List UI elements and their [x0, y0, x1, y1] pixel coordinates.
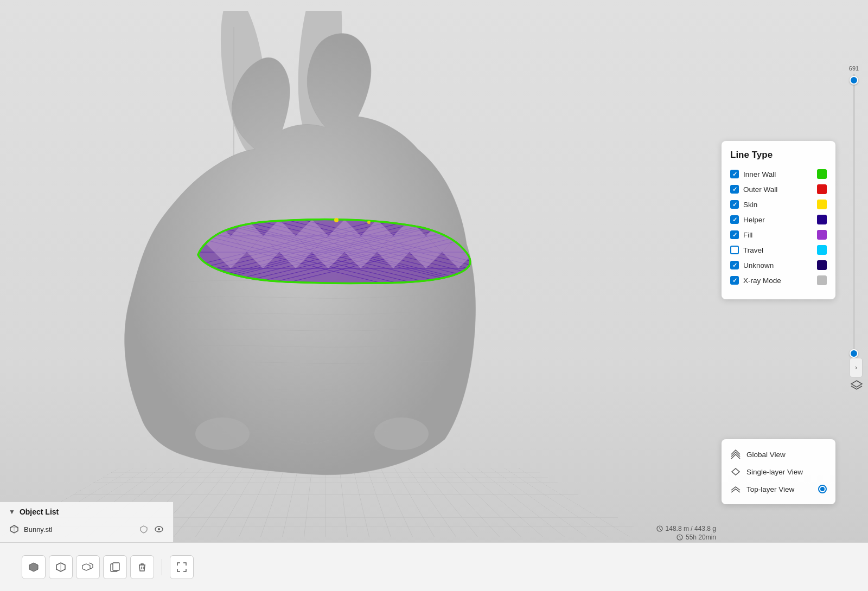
size-value: 148.8 m / 443.8 g [666, 525, 716, 532]
outer-wall-color [817, 184, 827, 194]
expand-panel-button[interactable]: › [850, 358, 863, 377]
tool-cube-outline[interactable] [49, 555, 73, 579]
object-list-title: Object List [20, 508, 59, 516]
svg-point-53 [367, 221, 371, 224]
time-status: 55h 20min [656, 534, 716, 541]
object-list-section: ▼ Object List Bunny.stl [0, 502, 174, 542]
unknown-color [817, 260, 827, 270]
eye-icon[interactable] [154, 524, 164, 535]
svg-rect-62 [113, 563, 119, 570]
inner-wall-checkbox[interactable] [730, 170, 739, 178]
time-icon [676, 534, 684, 541]
size-status: 148.8 m / 443.8 g [656, 525, 716, 532]
line-item-inner-wall: Inner Wall [730, 169, 827, 179]
fill-color [817, 230, 827, 240]
tool-cube-multi[interactable] [76, 555, 100, 579]
outer-wall-checkbox[interactable] [730, 185, 739, 194]
outer-wall-label: Outer Wall [743, 185, 813, 194]
tool-cube-copy[interactable] [103, 555, 127, 579]
xray-checkbox[interactable] [730, 276, 739, 285]
line-type-panel: Line Type Inner Wall Outer Wall Skin Hel… [722, 141, 835, 299]
3d-viewport[interactable]: 691 0 › Line Type Inner Wall Outer Wall [0, 0, 868, 591]
top-layer-radio[interactable] [818, 485, 827, 493]
slider-thumb-bottom[interactable] [850, 349, 858, 358]
global-view-label: Global View [746, 451, 827, 459]
object-list-header: ▼ Object List [9, 508, 164, 516]
line-item-unknown: Unknown [730, 260, 827, 270]
line-item-skin: Skin [730, 200, 827, 209]
layers-icon [851, 379, 863, 391]
skin-label: Skin [743, 201, 813, 209]
helper-color [817, 215, 827, 224]
slider-thumb-top[interactable] [850, 76, 858, 85]
fill-checkbox[interactable] [730, 230, 739, 239]
bunny-name: Bunny.stl [24, 525, 134, 534]
bottom-toolbar [0, 542, 868, 591]
expand-chevron[interactable]: ▼ [9, 508, 15, 516]
view-panel: Global View Single-layer View Top-layer … [722, 439, 835, 504]
top-layer-icon [730, 484, 741, 494]
line-item-fill: Fill [730, 230, 827, 240]
bunny-object-item[interactable]: Bunny.stl [9, 522, 164, 537]
single-layer-view-item[interactable]: Single-layer View [730, 463, 827, 480]
cube-icon [9, 524, 20, 535]
travel-label: Travel [743, 246, 813, 254]
single-layer-icon [730, 466, 741, 477]
unknown-checkbox[interactable] [730, 261, 739, 269]
global-view-item[interactable]: Global View [730, 446, 827, 463]
svg-point-4 [374, 417, 429, 450]
slider-top-value: 691 [849, 65, 859, 72]
layers-icon-button[interactable] [848, 377, 865, 393]
slider-track[interactable] [853, 74, 855, 360]
time-value: 55h 20min [686, 534, 716, 541]
tool-fit-screen[interactable] [170, 555, 194, 579]
layer-slider[interactable]: 691 0 [848, 65, 859, 369]
xray-label: X-ray Mode [743, 277, 813, 285]
line-item-helper: Helper [730, 215, 827, 224]
panel-title: Line Type [730, 150, 827, 160]
svg-point-57 [158, 528, 160, 530]
line-item-travel: Travel [730, 245, 827, 255]
xray-color [817, 275, 827, 285]
unknown-label: Unknown [743, 261, 813, 269]
helper-checkbox[interactable] [730, 215, 739, 224]
fill-label: Fill [743, 231, 813, 239]
tool-icons-group [11, 555, 205, 579]
line-item-xray: X-ray Mode [730, 275, 827, 285]
single-layer-label: Single-layer View [746, 468, 827, 476]
tool-cube-solid[interactable] [22, 555, 46, 579]
shield-icon [138, 524, 149, 535]
toolbar-separator [162, 559, 162, 575]
inner-wall-label: Inner Wall [743, 170, 813, 178]
inner-wall-color [817, 169, 827, 179]
top-layer-view-item[interactable]: Top-layer View [730, 480, 827, 498]
top-layer-label: Top-layer View [746, 485, 813, 493]
helper-label: Helper [743, 216, 813, 224]
bunny-model [43, 11, 575, 477]
skin-checkbox[interactable] [730, 200, 739, 209]
tool-cube-remove[interactable] [130, 555, 154, 579]
global-view-icon [730, 449, 741, 460]
status-bar: 148.8 m / 443.8 g 55h 20min [656, 525, 716, 542]
svg-point-3 [195, 417, 250, 450]
travel-color [817, 245, 827, 255]
size-icon [656, 525, 663, 532]
skin-color [817, 200, 827, 209]
line-item-outer-wall: Outer Wall [730, 184, 827, 194]
travel-checkbox[interactable] [730, 246, 739, 254]
svg-point-52 [334, 218, 339, 222]
